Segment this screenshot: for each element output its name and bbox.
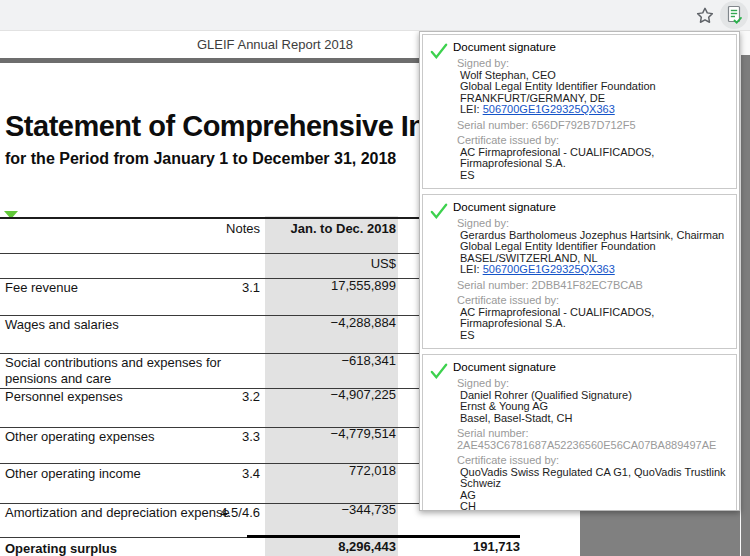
signature-valid-check-icon <box>430 363 448 379</box>
signature-title: Document signature <box>453 201 728 213</box>
lei-line: LEI: 506700GE1G29325QX363 <box>457 264 728 276</box>
row-value: −4,288,884 <box>265 315 396 330</box>
row-note: 3.3 <box>180 429 260 444</box>
cert-line: AC Firmaprofesional - CUALIFICADOS, Firm… <box>457 147 728 170</box>
cert-line: AC Firmaprofesional - CUALIFICADOS, Firm… <box>457 307 728 330</box>
serial-label: Serial number: <box>457 279 529 291</box>
col-header-period: Jan. to Dec. 2018 <box>265 221 396 236</box>
row-label: Wages and salaries <box>5 317 237 333</box>
scrollbar-thumb[interactable] <box>741 55 750 556</box>
page-subtitle: for the Period from January 1 to Decembe… <box>5 150 396 168</box>
col-header-notes: Notes <box>180 221 260 236</box>
bookmark-star-icon[interactable] <box>694 5 716 27</box>
signature-block: Document signature Signed by: Wolf Steph… <box>422 34 737 189</box>
signature-valid-check-icon <box>430 43 448 59</box>
cert-line: AG <box>457 490 728 502</box>
document-header: GLEIF Annual Report 2018 <box>197 37 353 52</box>
cert-line: QuoVadis Swiss Regulated CA G1, QuoVadis… <box>457 467 728 490</box>
total-value: 8,296,443 <box>265 539 396 554</box>
row-note: 3.4 <box>180 466 260 481</box>
serial-value: 2DBB41F82EC7BCAB <box>532 279 643 291</box>
cert-label: Certificate issued by: <box>457 135 728 147</box>
serial-line: Serial number: 2DBB41F82EC7BCAB <box>457 280 728 292</box>
cert-label: Certificate issued by: <box>457 455 728 467</box>
signature-valid-check-icon <box>430 203 448 219</box>
cert-line: CH <box>457 501 728 511</box>
signature-popup: Document signature Signed by: Wolf Steph… <box>419 31 740 511</box>
signature-block: Document signature Signed by: Gerardus B… <box>422 194 737 349</box>
total-label: Operating surplus <box>5 541 237 556</box>
cert-line: ES <box>457 330 728 342</box>
row-value: 17,555,899 <box>265 278 396 293</box>
signature-block: Document signature Signed by: Daniel Roh… <box>422 354 737 511</box>
document-icon <box>724 4 744 26</box>
row-note: 3.2 <box>180 389 260 404</box>
row-label: Social contributions and expenses for pe… <box>5 355 237 387</box>
page-title: Statement of Comprehensive Inc <box>5 110 441 143</box>
total-value-prior: 191,713 <box>400 539 520 554</box>
browser-toolbar <box>0 0 750 31</box>
serial-label: Serial number: <box>457 428 728 440</box>
signed-by-label: Signed by: <box>457 58 728 70</box>
currency-label: US$ <box>265 256 396 271</box>
cert-label: Certificate issued by: <box>457 295 728 307</box>
signed-by-label: Signed by: <box>457 218 728 230</box>
lei-link[interactable]: 506700GE1G29325QX363 <box>483 263 615 275</box>
cert-line: ES <box>457 170 728 182</box>
signer-line: Basel, Basel-Stadt, CH <box>457 413 728 425</box>
signer-line: Global Legal Entity Identifier Foundatio… <box>457 81 728 93</box>
serial-value: 656DF792B7D712F5 <box>532 119 636 131</box>
document-signature-extension-icon[interactable] <box>720 1 748 29</box>
signature-title: Document signature <box>453 41 728 53</box>
lei-label: LEI: <box>460 263 480 275</box>
total-rule <box>247 535 520 538</box>
row-value: −344,735 <box>265 502 396 517</box>
row-note: 3.1 <box>180 280 260 295</box>
signer-line: Ernst & Young AG <box>457 401 728 413</box>
serial-value: 2AE453C6781687A52236560E56CA07BA889497AE <box>457 440 728 452</box>
row-note: 4.5/4.6 <box>180 505 260 520</box>
row-value: −4,907,225 <box>265 387 396 402</box>
lei-link[interactable]: 506700GE1G29325QX363 <box>483 103 615 115</box>
row-value: −618,341 <box>265 353 396 368</box>
serial-label: Serial number: <box>457 119 529 131</box>
serial-line: Serial number: 656DF792B7D712F5 <box>457 120 728 132</box>
row-value: 772,018 <box>265 463 396 478</box>
signer-line: Global Legal Entity Identifier Foundatio… <box>457 241 728 253</box>
signature-title: Document signature <box>453 361 728 373</box>
lei-label: LEI: <box>460 103 480 115</box>
table-rule <box>0 537 247 538</box>
signed-by-label: Signed by: <box>457 378 728 390</box>
lei-line: LEI: 506700GE1G29325QX363 <box>457 104 728 116</box>
row-value: −4,779,514 <box>265 426 396 441</box>
